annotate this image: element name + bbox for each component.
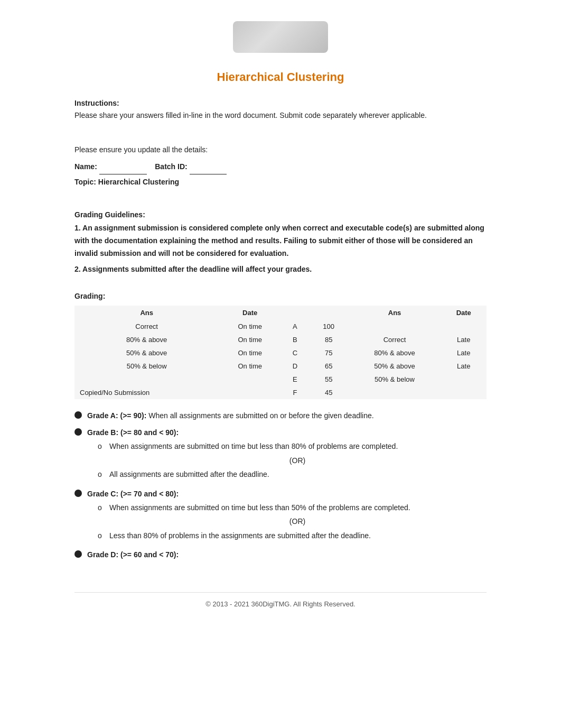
date-right: Late <box>441 346 487 360</box>
topic-line: Topic: Hierarchical Clustering <box>74 174 487 189</box>
instructions-section: Instructions: Please share your answers … <box>74 99 487 121</box>
ans-left: 50% & above <box>74 346 219 360</box>
grade-b-or1: (OR) <box>108 455 487 466</box>
date-left <box>219 373 281 386</box>
date-right: Late <box>441 333 487 346</box>
date-left: On time <box>219 333 281 346</box>
sub-bullet-o: o <box>98 502 109 513</box>
footer-text: © 2013 - 2021 360DigiTMG. All Rights Res… <box>205 600 355 608</box>
ans-right <box>349 386 441 399</box>
bullet-dot-d <box>74 550 82 558</box>
sub-bullet-o: o <box>98 440 109 452</box>
score: 75 <box>309 346 349 360</box>
grading-table: Ans Date Ans Date Correct On time A 100 <box>74 306 487 399</box>
col-header-ans-left: Ans <box>74 306 219 320</box>
batch-label: Batch ID: <box>155 162 187 171</box>
col-header-date-left: Date <box>219 306 281 320</box>
grade-b-sub1-text: When assignments are submitted on time b… <box>109 440 487 452</box>
col-header-score <box>309 306 349 320</box>
ans-left <box>74 373 219 386</box>
grading-section: Grading: Ans Date Ans Date Correct On ti… <box>74 292 487 399</box>
ans-right: 50% & above <box>349 360 441 373</box>
grading-guidelines-label: Grading Guidelines: <box>74 210 487 219</box>
table-row: 80% & above On time B 85 Correct Late <box>74 333 487 346</box>
grade-a-bullet: Grade A: (>= 90): When all assignments a… <box>74 410 487 421</box>
logo-image <box>233 21 328 53</box>
grade: F <box>281 386 309 399</box>
ans-left: 50% & below <box>74 360 219 373</box>
grade-c-bullet: Grade C: (>= 70 and < 80): o When assign… <box>74 488 487 544</box>
col-header-grade <box>281 306 309 320</box>
date-left: On time <box>219 320 281 333</box>
instructions-label: Instructions: <box>74 99 487 107</box>
details-section: Please ensure you update all the details… <box>74 142 487 189</box>
grade: C <box>281 346 309 360</box>
topic-label: Topic: <box>74 178 96 186</box>
topic-value: Hierarchical Clustering <box>98 178 179 186</box>
col-header-date-right: Date <box>441 306 487 320</box>
table-row: E 55 50% & below <box>74 373 487 386</box>
grade: D <box>281 360 309 373</box>
score: 55 <box>309 373 349 386</box>
date-left <box>219 386 281 399</box>
grade-b-content: Grade B: (>= 80 and < 90): o When assign… <box>87 427 487 483</box>
ans-left: Correct <box>74 320 219 333</box>
date-right <box>441 373 487 386</box>
ans-right: Correct <box>349 333 441 346</box>
grade-c-label: Grade C: (>= 70 and < 80): <box>87 490 179 498</box>
grade: A <box>281 320 309 333</box>
score: 65 <box>309 360 349 373</box>
ensure-text: Please ensure you update all the details… <box>74 142 487 157</box>
table-row: 50% & above On time C 75 80% & above Lat… <box>74 346 487 360</box>
grade-c-or1: (OR) <box>108 515 487 527</box>
grade-d-label: Grade D: (>= 60 and < 70): <box>87 550 179 559</box>
grade-b-sub2: o All assignments are submitted after th… <box>98 468 487 480</box>
col-header-ans-right: Ans <box>349 306 441 320</box>
date-left: On time <box>219 360 281 373</box>
bullet-dot-c <box>74 490 82 497</box>
footer: © 2013 - 2021 360DigiTMG. All Rights Res… <box>74 592 487 608</box>
grading-label: Grading: <box>74 292 487 300</box>
grade-c-sub1-text: When assignments are submitted on time b… <box>109 502 487 513</box>
grade-d-bullet: Grade D: (>= 60 and < 70): <box>74 549 487 560</box>
grade-b-label: Grade B: (>= 80 and < 90): <box>87 428 179 437</box>
grade-c-content: Grade C: (>= 70 and < 80): o When assign… <box>87 488 487 544</box>
grading-guidelines-point2: 2. Assignments submitted after the deadl… <box>74 263 487 276</box>
grading-guidelines-section: Grading Guidelines: 1. An assignment sub… <box>74 210 487 275</box>
ans-left: Copied/No Submission <box>74 386 219 399</box>
ans-right: 80% & above <box>349 346 441 360</box>
grade-b-sub1: o When assignments are submitted on time… <box>98 440 487 452</box>
logo-section <box>74 21 487 54</box>
name-label: Name: <box>74 162 97 171</box>
grade-a-content: Grade A: (>= 90): When all assignments a… <box>87 410 487 421</box>
grade-a-desc: When all assignments are submitted on or… <box>148 411 373 420</box>
grading-guidelines-point1: 1. An assignment submission is considere… <box>74 222 487 260</box>
name-batch-line: Name: Batch ID: <box>74 159 487 174</box>
sub-bullet-o: o <box>98 468 109 480</box>
bullet-dot-a <box>74 411 82 419</box>
grade: B <box>281 333 309 346</box>
table-row: 50% & below On time D 65 50% & above Lat… <box>74 360 487 373</box>
grade-c-sub1: o When assignments are submitted on time… <box>98 502 487 513</box>
instructions-text: Please share your answers filled in-line… <box>74 109 487 121</box>
score: 45 <box>309 386 349 399</box>
page-title: Hierarchical Clustering <box>74 70 487 84</box>
ans-left: 80% & above <box>74 333 219 346</box>
score: 100 <box>309 320 349 333</box>
batch-underline <box>190 159 227 174</box>
date-right <box>441 386 487 399</box>
bullet-dot-b <box>74 428 82 436</box>
score: 85 <box>309 333 349 346</box>
grade-b-bullet: Grade B: (>= 80 and < 90): o When assign… <box>74 427 487 483</box>
grade-a-label: Grade A: (>= 90): <box>87 411 146 420</box>
grade: E <box>281 373 309 386</box>
sub-bullet-o: o <box>98 530 109 541</box>
table-row: Copied/No Submission F 45 <box>74 386 487 399</box>
date-right <box>441 320 487 333</box>
date-right: Late <box>441 360 487 373</box>
name-underline <box>99 159 147 174</box>
grade-b-sub2-text: All assignments are submitted after the … <box>109 468 487 480</box>
date-left: On time <box>219 346 281 360</box>
grade-c-sub2-text: Less than 80% of problems in the assignm… <box>109 530 487 541</box>
grade-c-sub2: o Less than 80% of problems in the assig… <box>98 530 487 541</box>
